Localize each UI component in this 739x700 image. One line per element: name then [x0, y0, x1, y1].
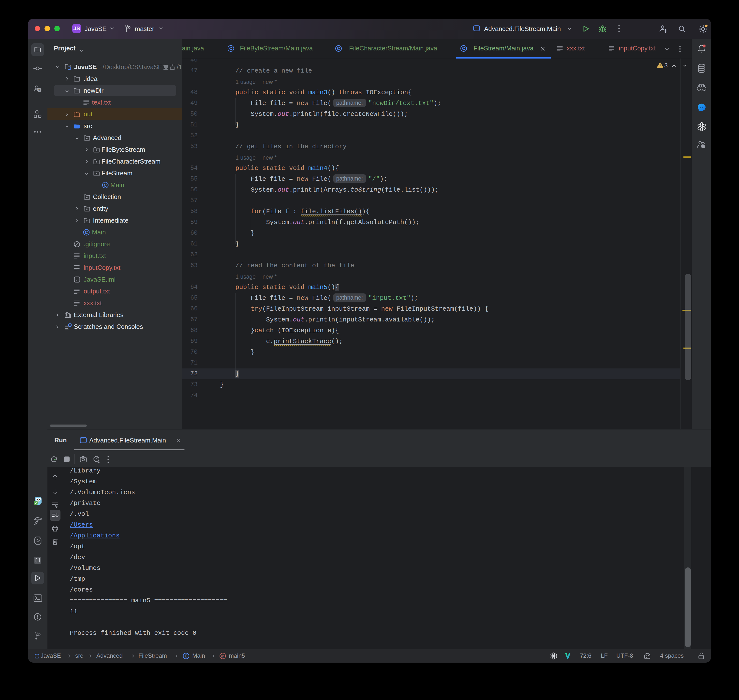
svg-text:?: ? — [38, 88, 40, 92]
svg-text:C: C — [85, 230, 88, 235]
svg-text:C: C — [337, 46, 340, 51]
svg-text:C: C — [185, 654, 188, 658]
svg-text:C: C — [462, 46, 465, 51]
svg-text:C: C — [104, 183, 107, 188]
svg-text:C: C — [229, 46, 232, 51]
svg-text:m: m — [221, 654, 224, 658]
